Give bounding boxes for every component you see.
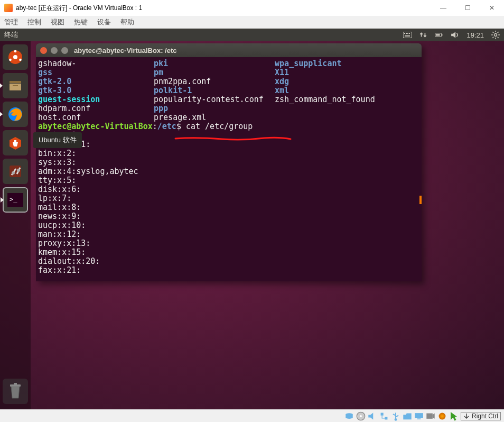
status-net-icon[interactable] (379, 412, 389, 420)
output-line: bin:x:2: (38, 149, 419, 158)
output-line: tty:x:5: (38, 176, 419, 185)
output-line: proxy:x:13: (38, 239, 419, 248)
minimize-button[interactable]: — (431, 0, 455, 16)
menu-hotkeys[interactable]: 热键 (74, 17, 88, 27)
terminal-body[interactable]: gshadow-gssgtk-2.0gtk-3.0guest-sessionhd… (36, 57, 422, 281)
output-line: man:x:12: (38, 230, 419, 239)
prompt-line: abytec@abytec-VirtualBox:/etc$ cat /etc/… (38, 122, 419, 131)
terminal-close-button[interactable] (40, 47, 47, 54)
svg-rect-43 (426, 413, 433, 418)
svg-point-20 (14, 50, 17, 53)
topbar-clock[interactable]: 19:21 (466, 31, 484, 39)
ls-entry: hdparm.conf (38, 104, 149, 113)
launcher-trash[interactable] (3, 379, 28, 404)
svg-rect-8 (436, 34, 440, 35)
terminal-titlebar[interactable]: abytec@abytec-VirtualBox: /etc (36, 43, 422, 57)
volume-icon[interactable] (451, 31, 459, 39)
ls-entry: ppp (154, 104, 270, 113)
status-shared-icon[interactable] (403, 412, 412, 420)
ls-entry: host.conf (38, 113, 149, 122)
svg-rect-0 (403, 32, 412, 38)
ubuntu-desktop: 终端 19:21 Ubuntu 软件 >_ (0, 29, 504, 409)
status-display-icon[interactable] (414, 412, 424, 420)
output-line: mail:x:8: (38, 203, 419, 212)
network-icon[interactable] (419, 31, 427, 39)
ls-entry: gtk-3.0 (38, 86, 149, 95)
svg-point-22 (19, 59, 22, 61)
ls-output-row: gshadow-gssgtk-2.0gtk-3.0guest-sessionhd… (38, 59, 419, 122)
svg-rect-4 (409, 33, 410, 34)
gear-icon[interactable] (491, 31, 500, 39)
svg-rect-25 (13, 85, 18, 86)
status-mouse-icon[interactable] (449, 412, 459, 420)
ls-entry: xml (275, 86, 375, 95)
status-usb-icon[interactable] (391, 412, 400, 420)
status-hdd-icon[interactable] (344, 412, 354, 420)
svg-rect-1 (404, 33, 405, 34)
ubuntu-topbar: 终端 19:21 (0, 29, 504, 41)
cat-output: root:x:0:daemon:x:1:bin:x:2:sys:x:3:adm:… (38, 131, 419, 275)
output-line: sys:x:3: (38, 158, 419, 167)
ls-entry: gshadow- (38, 59, 149, 68)
output-line: lp:x:7: (38, 194, 419, 203)
menu-manage[interactable]: 管理 (4, 17, 18, 27)
launcher-settings[interactable] (3, 159, 28, 184)
svg-rect-24 (10, 84, 21, 90)
ls-entry: pki (154, 59, 270, 68)
status-cd-icon[interactable] (356, 412, 366, 420)
svg-rect-3 (407, 33, 408, 34)
output-line: disk:x:6: (38, 185, 419, 194)
maximize-button[interactable]: ☐ (455, 0, 480, 16)
svg-rect-33 (10, 384, 21, 387)
prompt-userhost: abytec@abytec-VirtualBox (38, 122, 153, 131)
svg-rect-7 (442, 34, 443, 35)
vbox-app-icon (4, 4, 13, 12)
svg-point-29 (12, 171, 15, 175)
vbox-titlebar: aby-tec [正在运行] - Oracle VM VirtualBox : … (0, 0, 504, 16)
svg-line-17 (498, 32, 499, 33)
annotation-underline (174, 134, 292, 138)
launcher-dash[interactable] (3, 44, 28, 70)
terminal-window: abytec@abytec-VirtualBox: /etc gshadow-g… (36, 43, 422, 281)
svg-point-21 (9, 59, 12, 61)
output-line: kmem:x:15: (38, 248, 419, 257)
svg-rect-2 (406, 33, 407, 34)
menu-view[interactable]: 视图 (51, 17, 64, 27)
launcher-files[interactable] (3, 73, 28, 98)
svg-rect-34 (14, 383, 17, 384)
launcher-firefox[interactable] (3, 102, 28, 127)
svg-point-30 (17, 169, 20, 172)
vbox-window-title: aby-tec [正在运行] - Oracle VM VirtualBox : … (16, 4, 431, 13)
prompt-path: /etc (157, 122, 176, 131)
menu-help[interactable]: 帮助 (120, 17, 134, 27)
svg-point-19 (13, 55, 17, 59)
vbox-window-buttons: — ☐ ✕ (431, 0, 504, 16)
keyboard-indicator-icon[interactable] (403, 31, 412, 39)
svg-rect-5 (405, 35, 410, 36)
status-host-key[interactable]: Right Ctrl (461, 412, 501, 420)
terminal-maximize-button[interactable] (61, 47, 68, 54)
menu-devices[interactable]: 设备 (97, 17, 111, 27)
terminal-minimize-button[interactable] (51, 47, 58, 54)
svg-text:>_: >_ (10, 196, 17, 203)
status-record-icon[interactable] (426, 412, 435, 420)
ls-entry: gtk-2.0 (38, 77, 149, 86)
launcher-terminal[interactable]: >_ (3, 187, 28, 213)
ls-entry: wpa_supplicant (275, 59, 375, 68)
unity-launcher: Ubuntu 软件 >_ (0, 41, 31, 409)
ls-entry: X11 (275, 68, 375, 77)
launcher-tooltip: Ubuntu 软件 (33, 132, 82, 148)
close-button[interactable]: ✕ (480, 0, 504, 16)
ls-entry: pm (154, 68, 270, 77)
status-audio-icon[interactable] (368, 412, 377, 420)
svg-rect-41 (415, 413, 423, 418)
menu-control[interactable]: 控制 (27, 17, 41, 27)
svg-point-44 (439, 412, 446, 419)
output-line: uucp:x:10: (38, 221, 419, 230)
launcher-ubuntu-software[interactable]: Ubuntu 软件 (3, 130, 28, 155)
topbar-app-label[interactable]: 终端 (4, 30, 18, 40)
status-seamless-icon[interactable] (437, 412, 447, 420)
output-line: dialout:x:20: (38, 257, 419, 266)
battery-icon[interactable] (435, 31, 443, 39)
host-key-label: Right Ctrl (472, 412, 498, 420)
